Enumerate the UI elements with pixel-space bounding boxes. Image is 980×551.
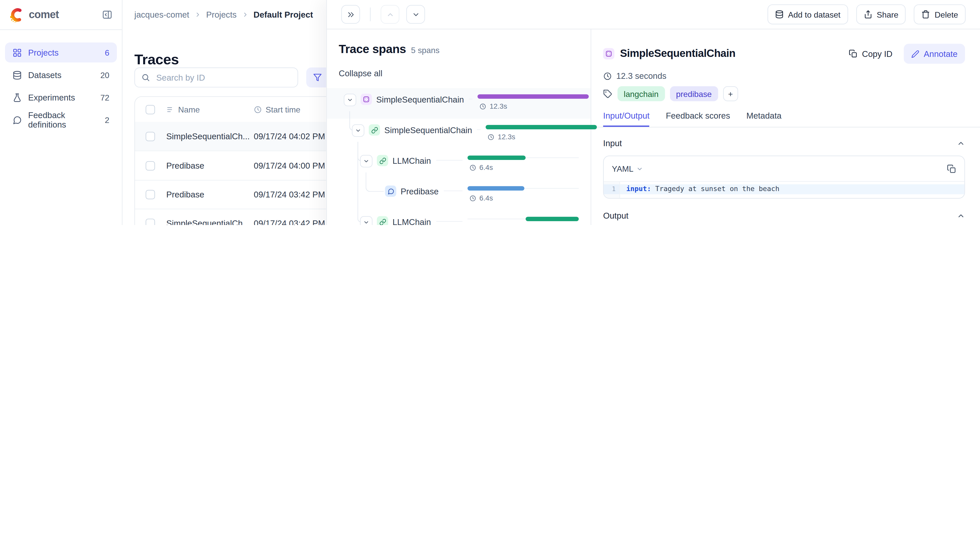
- span-duration-label: 6.4s: [479, 164, 493, 171]
- db-icon: [13, 70, 22, 80]
- span-timeline: 6.4s: [468, 149, 579, 180]
- span-chevron-icon[interactable]: [352, 124, 364, 137]
- trace-start-time-cell: 09/17/24 03:42 PM: [254, 190, 325, 199]
- leader-line: [469, 99, 473, 99]
- sidebar-header: comet: [0, 0, 122, 30]
- sidebar-item-count: 72: [100, 93, 109, 102]
- sidebar-item-label: Experiments: [28, 93, 75, 102]
- search-input[interactable]: [155, 72, 291, 83]
- tab-input-output[interactable]: Input/Output: [603, 111, 649, 127]
- input-section: Input YAML: [603, 139, 965, 199]
- span-chevron-icon[interactable]: [344, 94, 356, 106]
- code-pad: [620, 194, 964, 198]
- add-to-dataset-button[interactable]: Add to dataset: [767, 4, 848, 24]
- clock-icon: [469, 164, 476, 171]
- span-duration: 6.4s: [469, 164, 493, 171]
- input-section-title: Input: [603, 139, 622, 148]
- trash-icon: [921, 10, 930, 19]
- expand-panel-button[interactable]: [341, 5, 360, 24]
- pen-icon: [911, 50, 919, 58]
- span-label: SimpleSequentialChain: [376, 95, 464, 104]
- collapse-input-icon[interactable]: [957, 139, 965, 148]
- flask-icon: [13, 93, 22, 102]
- row-checkbox[interactable]: [146, 190, 155, 199]
- grid-icon: [13, 48, 22, 57]
- copy-id-button[interactable]: Copy ID: [849, 49, 892, 59]
- sidebar-item-projects[interactable]: Projects6: [5, 43, 117, 62]
- row-checkbox[interactable]: [146, 132, 155, 141]
- select-all-checkbox[interactable]: [146, 105, 155, 114]
- share-icon: [864, 10, 872, 19]
- logo-wordmark: comet: [29, 8, 59, 21]
- sidebar-item-label: Feedback definitions: [28, 110, 99, 129]
- leader-line: [436, 221, 463, 222]
- breadcrumb-item-projects[interactable]: Projects: [206, 10, 237, 19]
- span-duration-label: 12.3s: [490, 103, 507, 110]
- tag-chip-predibase[interactable]: predibase: [670, 86, 718, 101]
- add-tag-button[interactable]: +: [723, 86, 738, 101]
- clock-icon: [603, 71, 612, 80]
- overlay-toolbar: Add to dataset Share Delete: [327, 0, 980, 29]
- search-input-wrapper: [135, 67, 298, 87]
- sidebar-item-datasets[interactable]: Datasets20: [5, 65, 117, 85]
- span-detail-panel: SimpleSequentialChain Copy ID Annotate: [590, 29, 980, 225]
- trace-name-cell: SimpleSequentialCh...: [166, 219, 254, 225]
- leader-line: [436, 160, 463, 160]
- app: comet Projects6Datasets20Experiments72Fe…: [0, 0, 980, 225]
- row-checkbox[interactable]: [146, 161, 155, 170]
- span-bar: [468, 186, 524, 191]
- span-duration: 12.3s: [479, 103, 507, 110]
- clock-icon: [488, 133, 495, 140]
- sidebar-collapse-icon[interactable]: [102, 10, 113, 20]
- tab-metadata[interactable]: Metadata: [746, 111, 781, 127]
- sidebar-item-experiments[interactable]: Experiments72: [5, 87, 117, 107]
- row-checkbox[interactable]: [146, 219, 155, 225]
- span-duration-label: 12.3s: [498, 133, 515, 141]
- tag-chip-langchain[interactable]: langchain: [617, 86, 665, 101]
- span-label: LLMChain: [393, 156, 431, 165]
- span-bar: [478, 94, 589, 99]
- share-button[interactable]: Share: [856, 4, 906, 24]
- span-chevron-icon[interactable]: [360, 216, 372, 225]
- delete-button[interactable]: Delete: [914, 4, 966, 24]
- trace-overlay: Add to dataset Share Delete: [326, 0, 980, 225]
- collapse-all-link[interactable]: Collapse all: [339, 68, 382, 78]
- clock-icon: [479, 103, 487, 110]
- span-row-llmchain[interactable]: LLMChain5.9s: [327, 210, 590, 225]
- next-trace-button[interactable]: [406, 5, 425, 24]
- span-duration: 12.3s: [488, 133, 515, 141]
- trace-actions: Add to dataset Share Delete: [767, 4, 966, 24]
- input-format-select[interactable]: YAML: [612, 164, 644, 173]
- column-header-start-time[interactable]: Start time: [254, 105, 301, 114]
- span-row-simplesequentialchain[interactable]: SimpleSequentialChain12.3s: [327, 119, 590, 149]
- collapse-output-icon[interactable]: [957, 212, 965, 220]
- span-duration: 6.4s: [469, 194, 493, 202]
- dataset-icon: [775, 10, 783, 19]
- tab-feedback-scores[interactable]: Feedback scores: [666, 111, 730, 127]
- link-icon: [377, 216, 388, 225]
- spans-title: Trace spans: [339, 43, 406, 56]
- annotate-button[interactable]: Annotate: [904, 44, 965, 64]
- span-timeline: 12.3s: [486, 119, 597, 149]
- leader-line: [477, 129, 481, 130]
- trace-type-icon: [603, 48, 614, 59]
- input-code-area[interactable]: 1input: Tragedy at sunset on the beach: [604, 182, 964, 198]
- sidebar-item-feedback-definitions[interactable]: Feedback definitions2: [5, 110, 117, 130]
- span-chevron-icon[interactable]: [360, 155, 372, 167]
- chevron-down-icon: [636, 165, 643, 172]
- span-label: SimpleSequentialChain: [384, 125, 472, 135]
- clock-icon: [254, 105, 262, 114]
- trace-name-cell: Predibase: [166, 190, 254, 199]
- span-row-simplesequentialchain[interactable]: SimpleSequentialChain12.3s: [327, 88, 590, 119]
- previous-trace-button[interactable]: [380, 5, 399, 24]
- tags-row: langchainpredibase+: [603, 86, 965, 101]
- span-label: Predibase: [401, 187, 439, 196]
- sidebar-item-count: 20: [100, 70, 109, 80]
- breadcrumb-item-jacques-comet[interactable]: jacques-comet: [135, 10, 189, 19]
- detail-tabs: Input/OutputFeedback scoresMetadata: [591, 111, 980, 127]
- link-icon: [369, 124, 380, 135]
- column-header-name[interactable]: Name: [166, 105, 254, 114]
- copy-input-icon[interactable]: [947, 164, 956, 173]
- trace-start-time-cell: 09/17/24 04:00 PM: [254, 161, 325, 170]
- breadcrumb: jacques-cometProjectsDefault Project: [123, 0, 326, 29]
